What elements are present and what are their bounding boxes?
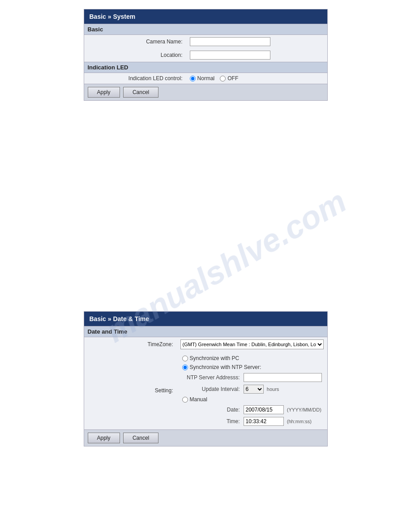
sync-pc-row: Synchronize with PC — [180, 354, 324, 363]
time-format-hint: (hh:mm:ss) — [287, 419, 312, 424]
led-control-row: Indication LED control: Normal OFF — [84, 73, 327, 84]
camera-name-value-cell — [186, 35, 327, 48]
ntp-address-label: NTP Server Addresss: — [180, 372, 242, 383]
date-time-panel: Basic » Date & Time Date and Time TimeZo… — [84, 311, 328, 446]
timezone-select[interactable]: (GMT) Greenwich Mean Time : Dublin, Edin… — [180, 339, 324, 349]
date-value-cell: (YYYY/MM/DD) — [242, 404, 324, 416]
location-label: Location: — [84, 48, 186, 62]
panel1-button-row: Apply Cancel — [84, 84, 327, 100]
led-normal-label[interactable]: Normal — [190, 75, 215, 82]
panel1-cancel-button[interactable]: Cancel — [123, 87, 158, 98]
led-off-radio[interactable] — [220, 76, 226, 82]
sync-ntp-row: Synchronize with NTP Server: — [180, 363, 324, 372]
sync-pc-cell: Synchronize with PC — [180, 354, 324, 363]
panel2-apply-button[interactable]: Apply — [88, 433, 120, 443]
led-off-label[interactable]: OFF — [220, 75, 238, 82]
panel2-cancel-button[interactable]: Cancel — [123, 433, 158, 443]
sync-pc-label[interactable]: Synchronize with PC — [182, 355, 322, 361]
led-control-label: Indication LED control: — [84, 73, 186, 84]
sync-ntp-radio[interactable] — [182, 365, 188, 370]
sync-ntp-cell: Synchronize with NTP Server: — [180, 363, 324, 372]
time-label: Time: — [180, 416, 242, 427]
manual-text: Manual — [190, 396, 207, 403]
timezone-value-cell: (GMT) Greenwich Mean Time : Dublin, Edin… — [177, 337, 327, 352]
location-input[interactable] — [190, 51, 270, 60]
manual-label[interactable]: Manual — [182, 396, 322, 403]
setting-sub-table: Synchronize with PC Synchronize with NTP… — [180, 354, 324, 427]
timezone-row: TimeZone: (GMT) Greenwich Mean Time : Du… — [84, 337, 327, 352]
sync-ntp-label[interactable]: Synchronize with NTP Server: — [182, 364, 322, 370]
update-interval-value-cell: 6 12 24 hours — [242, 383, 324, 395]
location-value-cell — [186, 48, 327, 62]
panel2-title: Basic » Date & Time — [90, 315, 150, 322]
panel2-header: Basic » Date & Time — [84, 312, 327, 326]
led-radio-group: Normal OFF — [190, 75, 324, 82]
panel1-led-table: Indication LED control: Normal OFF — [84, 73, 327, 84]
date-input[interactable] — [244, 405, 284, 414]
interval-unit: hours — [267, 386, 279, 392]
date-row: Date: (YYYY/MM/DD) — [180, 404, 324, 416]
update-interval-label: Update Interval: — [180, 383, 242, 395]
time-value-cell: (hh:mm:ss) — [242, 416, 324, 427]
date-format-hint: (YYYY/MM/DD) — [287, 407, 321, 412]
led-normal-text: Normal — [197, 75, 215, 82]
manual-row: Manual — [180, 395, 324, 404]
time-input[interactable] — [244, 417, 284, 426]
panel1-apply-button[interactable]: Apply — [88, 87, 120, 98]
panel1-led-section: Indication LED — [84, 62, 327, 73]
sync-pc-text: Synchronize with PC — [190, 355, 240, 361]
manual-cell: Manual — [180, 395, 324, 404]
ntp-address-input[interactable] — [244, 373, 322, 382]
panel2-button-row: Apply Cancel — [84, 429, 327, 446]
led-control-value-cell: Normal OFF — [186, 73, 327, 84]
panel1-header: Basic » System — [84, 9, 327, 24]
basic-system-panel: Basic » System Basic Camera Name: Locati… — [84, 9, 328, 101]
ntp-address-row: NTP Server Addresss: — [180, 372, 324, 383]
setting-label: Setting: — [84, 352, 177, 429]
camera-name-label: Camera Name: — [84, 35, 186, 48]
sync-pc-radio[interactable] — [182, 356, 188, 361]
panel2-section: Date and Time — [84, 326, 327, 337]
panel1-basic-section: Basic — [84, 24, 327, 35]
time-row: Time: (hh:mm:ss) — [180, 416, 324, 427]
timezone-label: TimeZone: — [84, 337, 177, 352]
location-row: Location: — [84, 48, 327, 62]
panel2-form-table: TimeZone: (GMT) Greenwich Mean Time : Du… — [84, 337, 327, 429]
setting-row: Setting: Synchronize with PC — [84, 352, 327, 429]
panel1-title: Basic » System — [90, 13, 136, 20]
update-interval-row: Update Interval: 6 12 24 hours — [180, 383, 324, 395]
interval-select[interactable]: 6 12 24 — [244, 385, 264, 394]
manual-radio[interactable] — [182, 397, 188, 403]
ntp-address-value-cell — [242, 372, 324, 383]
panel1-form-table: Camera Name: Location: — [84, 35, 327, 62]
setting-value-cell: Synchronize with PC Synchronize with NTP… — [177, 352, 327, 429]
camera-name-input[interactable] — [190, 37, 270, 46]
led-normal-radio[interactable] — [190, 76, 196, 82]
sync-ntp-text: Synchronize with NTP Server: — [190, 364, 261, 370]
led-off-text: OFF — [227, 75, 238, 82]
camera-name-row: Camera Name: — [84, 35, 327, 48]
date-label: Date: — [180, 404, 242, 416]
